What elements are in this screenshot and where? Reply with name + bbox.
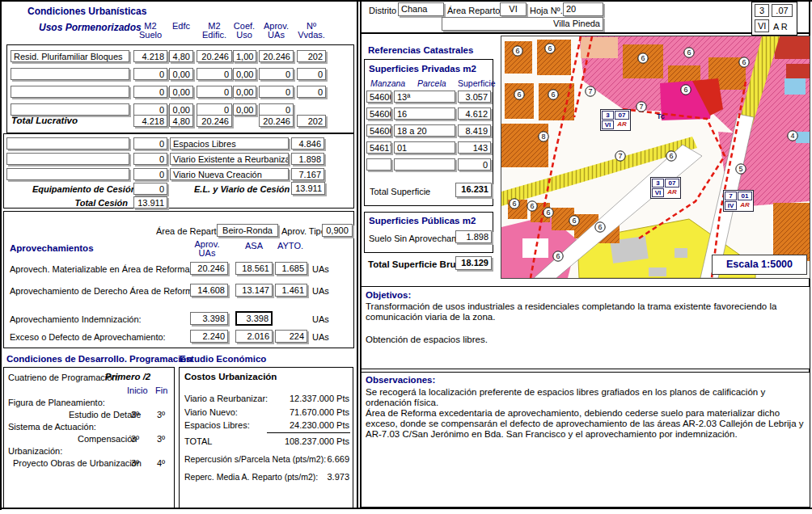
observaciones-paragraph-2: Área de Reforma excedentaria de aprovech… (366, 408, 809, 440)
superficie-field[interactable]: 4.612 (458, 107, 491, 120)
parcela-field[interactable]: 16 (394, 107, 455, 120)
aprov-indemnizacion-uas-field[interactable]: 3.398 (190, 312, 228, 325)
parcela-field[interactable]: 13ª (394, 91, 455, 103)
uso-vvdas-field[interactable]: 202 (297, 50, 326, 62)
hoja-field[interactable]: 20 (563, 2, 603, 16)
total-vvdas-field[interactable]: 202 (297, 115, 326, 127)
uso-m2suelo-field[interactable]: 0 (133, 103, 167, 116)
uso-m2suelo-field[interactable]: 4.218 (133, 50, 167, 62)
aprov-indemnizacion-asa-field[interactable]: 3.398 (235, 311, 273, 326)
aprov-derecho-asa-field[interactable]: 13.147 (235, 284, 273, 297)
col-header-edfc: Edfc (166, 22, 197, 31)
uso-label-field[interactable] (11, 86, 129, 98)
cesion-value-field[interactable]: 0 (133, 153, 167, 165)
aprov-materializable-ayto-field[interactable]: 1.685 (275, 262, 307, 275)
uso-label-field[interactable]: Resid. Plurifamiliar Bloques (11, 50, 129, 62)
uso-aprov-field[interactable]: 0 (259, 103, 294, 116)
aprov-derecho-ayto-field[interactable]: 1.461 (275, 284, 307, 297)
distrito-field[interactable]: Chana (398, 2, 444, 16)
exceso-defecto-asa-field[interactable]: 2.016 (235, 330, 273, 343)
figura-inicio-value: 3º (131, 410, 139, 419)
ar-tag-num: 3 (652, 179, 664, 187)
total-aprov-field[interactable]: 20.246 (259, 115, 294, 127)
cesion-label-field[interactable] (6, 137, 129, 150)
aprov-materializable-asa-field[interactable]: 18.561 (235, 262, 273, 275)
uso-edfc-field[interactable]: 0,00 (169, 68, 193, 80)
viario-nuevo-label-field[interactable]: Viario Nueva Creación (170, 168, 289, 180)
superficie-field[interactable]: 0 (458, 158, 491, 171)
uso-coef-field[interactable]: 0,00 (233, 68, 256, 80)
ar-tag-sub: 07 (665, 179, 679, 187)
espacios-libres-value-field[interactable]: 4.846 (291, 137, 324, 150)
uso-label-field[interactable] (11, 103, 129, 116)
aprov-tipo-field[interactable]: 0,900 (322, 224, 353, 237)
uso-aprov-field[interactable]: 0 (259, 68, 294, 80)
codigo-distrito-num-field[interactable]: 3 (755, 4, 769, 17)
parcela-field[interactable]: 18 a 20 (394, 124, 455, 137)
exceso-defecto-uas-field[interactable]: 2.240 (190, 330, 228, 343)
uso-m2edific-field[interactable]: 0 (197, 68, 232, 80)
col-header-num-vvdas: Nº Vvdas. (295, 22, 328, 40)
suelo-sin-aprovecham-field[interactable]: 1.898 (455, 230, 492, 243)
map-circle-label: 6 (517, 91, 521, 99)
aprov-derecho-uas-field[interactable]: 14.608 (190, 284, 228, 297)
uso-label-field[interactable] (11, 68, 129, 80)
uso-vvdas-field[interactable]: 0 (297, 68, 326, 80)
viario-existente-label-field[interactable]: Viario Existente a Reurbanizar (170, 153, 289, 165)
aprov-materializable-uas-field[interactable]: 20.246 (190, 262, 228, 275)
cesion-value-field[interactable]: 0 (133, 168, 167, 180)
uso-edfc-field[interactable]: 0,00 (169, 86, 193, 98)
viario-existente-value-field[interactable]: 1.898 (291, 153, 324, 165)
total-superficie-field[interactable]: 16.231 (455, 183, 492, 197)
urbanizacion-value: Proyecto Obras de Urbanización (13, 458, 142, 468)
el-viario-cesion-field[interactable]: 13.911 (291, 182, 325, 195)
uso-m2edific-field[interactable]: 20.246 (197, 50, 232, 62)
total-edfc-field[interactable]: 4,80 (169, 115, 193, 127)
manzana-field[interactable]: 54600 (366, 91, 391, 103)
map-ar-tag: 7 01 IV AR (723, 190, 754, 212)
uso-edfc-field[interactable]: 4,80 (169, 50, 193, 62)
viario-nuevo-value-field[interactable]: 7.167 (291, 168, 324, 180)
total-m2edific-field[interactable]: 20.246 (197, 115, 232, 127)
uso-aprov-field[interactable]: 0 (259, 86, 294, 98)
uso-edfc-field[interactable]: 0,00 (169, 103, 193, 116)
uso-aprov-field[interactable]: 20.246 (259, 50, 294, 62)
uso-coef-field[interactable]: 1,00 (233, 50, 256, 62)
cesion-label-field[interactable] (6, 153, 129, 165)
cesion-value-field[interactable]: 0 (133, 137, 167, 150)
area-reparto-header-field[interactable]: VI (500, 2, 527, 16)
uso-coef-field[interactable]: 0,00 (233, 103, 256, 116)
parcela-field[interactable] (394, 158, 455, 171)
uso-m2suelo-field[interactable]: 0 (133, 86, 167, 98)
superficie-field[interactable]: 143 (458, 141, 491, 154)
total-superficie-bruta-field[interactable]: 18.129 (455, 256, 492, 270)
cesion-label-field[interactable] (6, 168, 129, 180)
uso-coef-field[interactable]: 0,00 (233, 86, 256, 98)
total-cesion-field[interactable]: 13.911 (133, 196, 167, 209)
referencias-catastrales-title: Referencias Catastrales (368, 45, 473, 55)
total-m2suelo-field[interactable]: 4.218 (133, 115, 167, 127)
espacios-libres-label-field[interactable]: Espacios Libres (170, 137, 289, 150)
manzana-field[interactable]: 54600 (366, 107, 391, 120)
codigo-ar-num-field[interactable]: .07 (772, 4, 793, 17)
uso-m2suelo-field[interactable]: 0 (133, 68, 167, 80)
col-header-m2-suelo: M2 Suelo (133, 22, 167, 40)
area-reparto-field[interactable]: Beiro-Ronda (217, 224, 278, 237)
superficie-field[interactable]: 3.057 (458, 91, 491, 103)
col-header-asa: ASA (235, 242, 273, 251)
uso-vvdas-field[interactable]: 0 (297, 86, 326, 98)
superficie-field[interactable]: 8.419 (458, 124, 491, 137)
manzana-field[interactable]: 54600 (366, 124, 391, 137)
exceso-defecto-ayto-field[interactable]: 224 (275, 330, 307, 343)
equipamiento-cesion-field[interactable]: 0 (133, 183, 167, 195)
uso-m2edific-field[interactable]: 0 (197, 86, 232, 98)
codigo-distrito-rom-field[interactable]: VI (755, 19, 769, 32)
economico-title: Estudio Económico (180, 354, 266, 364)
uso-m2edific-field[interactable]: 0 (197, 103, 232, 116)
col-header-coef-uso: Coef. Uso (231, 22, 257, 40)
map-circle-label: 6 (515, 47, 519, 55)
nombre-area-field[interactable]: Villa Pineda (442, 17, 603, 31)
manzana-field[interactable]: 54617 (366, 141, 391, 154)
manzana-field[interactable] (366, 158, 391, 171)
parcela-field[interactable]: 01 (394, 141, 455, 154)
